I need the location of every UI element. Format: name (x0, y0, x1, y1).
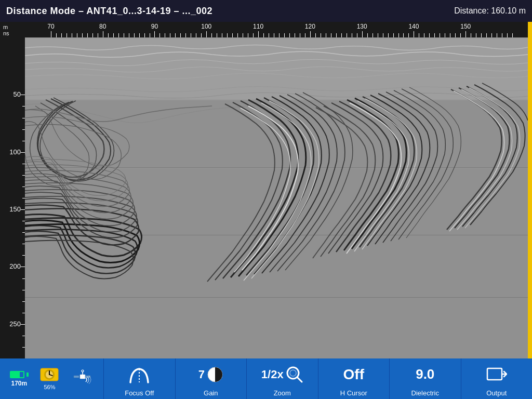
x-minor-tick (108, 33, 109, 37)
x-minor-tick (460, 33, 461, 37)
x-minor-tick (445, 33, 445, 37)
gain-label: Gain (204, 389, 218, 397)
x-minor-tick (388, 33, 389, 37)
x-minor-tick (434, 33, 435, 37)
output-section[interactable]: Output (461, 358, 533, 399)
x-minor-tick (227, 33, 228, 37)
y-axis-ruler: m ns 50100150200250 (0, 22, 25, 358)
zoom-icon (286, 366, 303, 383)
y-minor-tick (22, 278, 25, 279)
x-unit-label: m (1, 23, 25, 30)
y-minor-tick (22, 232, 25, 233)
y-minor-tick (22, 164, 25, 164)
x-minor-tick (321, 33, 321, 37)
x-minor-tick (263, 33, 264, 37)
svg-rect-8 (25, 297, 528, 298)
focus-section[interactable]: Focus Off (104, 358, 176, 399)
hcursor-section[interactable]: Off H Cursor (318, 358, 390, 399)
zoom-section[interactable]: 1/2x Zoom (247, 358, 318, 399)
x-minor-tick (175, 33, 176, 37)
svg-rect-3 (25, 37, 528, 38)
distance-value: 170m (11, 380, 27, 387)
page-title: Distance Mode – ANT41_0...3-14-19 – ..._… (6, 6, 212, 17)
y-minor-tick (22, 290, 25, 290)
svg-rect-15 (80, 375, 85, 379)
x-minor-tick (471, 33, 471, 37)
x-minor-tick (440, 33, 440, 37)
output-label: Output (486, 389, 507, 397)
x-minor-tick (315, 33, 316, 37)
x-major-tick (103, 31, 103, 37)
radar-canvas[interactable] (25, 37, 528, 358)
zoom-label: Zoom (274, 389, 291, 397)
x-label-150: 150 (460, 23, 471, 30)
svg-point-24 (290, 370, 296, 376)
gain-icon-area: 7 (198, 361, 223, 388)
x-label-100: 100 (201, 23, 211, 30)
x-minor-tick (66, 33, 67, 37)
header-bar: Distance Mode – ANT41_0...3-14-19 – ..._… (0, 0, 532, 22)
satellite-icon (71, 367, 94, 390)
x-minor-tick (403, 33, 404, 37)
x-minor-tick (424, 33, 424, 37)
odometer-icon (39, 367, 59, 383)
x-minor-tick (191, 33, 191, 37)
gps-status (71, 367, 94, 390)
x-minor-tick (217, 33, 217, 37)
output-icon-area (486, 361, 507, 388)
x-minor-tick (373, 33, 373, 37)
y-axis-labels: 50100150200250 (0, 37, 25, 358)
dielectric-label: Dielectric (411, 389, 439, 397)
x-minor-tick (331, 33, 331, 37)
y-minor-tick (22, 221, 25, 221)
signal-percent: 56% (44, 384, 55, 390)
gain-section[interactable]: 7 Gain (176, 358, 247, 399)
x-major-tick (51, 31, 51, 37)
svg-rect-16 (74, 376, 79, 378)
y-label-200: 200 (0, 262, 23, 270)
x-minor-tick (326, 33, 326, 37)
x-minor-tick (253, 33, 254, 37)
hcursor-icon-area: Off (343, 361, 364, 388)
y-tick (21, 209, 25, 210)
x-minor-tick (352, 33, 352, 37)
x-minor-tick (124, 33, 124, 37)
dielectric-section[interactable]: 9.0 Dielectric (390, 358, 461, 399)
x-minor-tick (507, 33, 508, 37)
x-minor-tick (165, 33, 165, 37)
x-minor-tick (408, 33, 409, 37)
x-minor-tick (82, 33, 83, 37)
y-tick (21, 267, 25, 267)
x-minor-tick (274, 33, 274, 37)
y-minor-tick (22, 313, 25, 313)
y-minor-tick (22, 347, 25, 348)
x-minor-tick (491, 33, 492, 37)
y-label-100: 100 (0, 148, 23, 156)
x-major-tick (310, 31, 311, 37)
x-minor-tick (77, 33, 77, 37)
dielectric-icon-area: 9.0 (416, 361, 434, 388)
x-minor-tick (476, 33, 476, 37)
x-major-tick (414, 31, 414, 37)
svg-rect-5 (25, 167, 528, 168)
focus-icon-area (126, 361, 152, 388)
y-minor-tick (22, 118, 25, 118)
x-minor-tick (118, 33, 119, 37)
x-minor-tick (497, 33, 497, 37)
svg-rect-25 (487, 368, 502, 380)
x-minor-tick (347, 33, 347, 37)
y-minor-tick (22, 336, 25, 336)
signal-status: 56% (39, 367, 59, 390)
x-label-110: 110 (253, 23, 263, 30)
dielectric-value: 9.0 (416, 366, 434, 382)
battery-icon (10, 371, 24, 378)
x-minor-tick (92, 33, 93, 37)
x-minor-tick (341, 33, 342, 37)
x-minor-tick (450, 33, 450, 37)
y-minor-tick (22, 106, 25, 107)
y-minor-tick (22, 244, 25, 244)
x-label-90: 90 (151, 23, 158, 30)
svg-line-23 (297, 377, 302, 382)
focus-icon (126, 365, 152, 384)
x-minor-tick (196, 33, 196, 37)
